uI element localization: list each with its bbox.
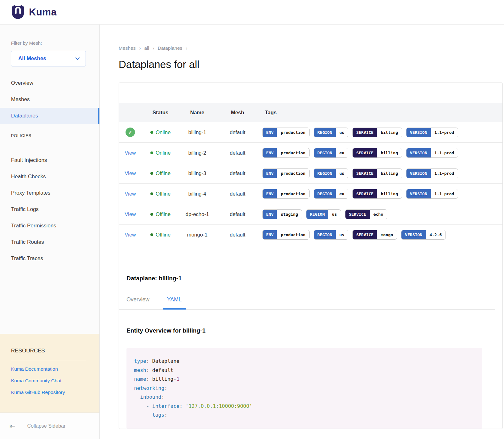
tag-value: eu <box>336 189 348 198</box>
policies-section-label: POLICIES <box>0 127 99 144</box>
tag-pill-region: REGIONus <box>314 230 349 240</box>
sidebar-item-traffic-permissions[interactable]: Traffic Permissions <box>0 218 99 234</box>
kuma-logo[interactable]: Kuma <box>11 5 57 20</box>
tag-pill-region: REGIONus <box>306 209 341 219</box>
tag-key: REGION <box>306 210 328 219</box>
sidebar-item-traffic-routes[interactable]: Traffic Routes <box>0 234 99 250</box>
mesh-cell: default <box>215 232 260 238</box>
status-cell: Offline <box>142 211 179 217</box>
view-link[interactable]: View <box>125 232 136 238</box>
breadcrumb-link-all[interactable]: all <box>144 45 149 51</box>
tag-key: REGION <box>314 148 336 157</box>
tag-value: production <box>277 169 309 178</box>
entity-overview-heading: Entity Overview for billing-1 <box>126 327 495 334</box>
row-action-cell: View <box>119 191 142 197</box>
mesh-select[interactable]: All Meshes <box>11 51 86 66</box>
tag-key: SERVICE <box>345 210 370 219</box>
tag-pill-version: VERSION1.1-prod <box>406 148 458 158</box>
name-cell: billing-2 <box>179 150 215 156</box>
view-link[interactable]: View <box>125 211 136 217</box>
yaml-token: networking <box>134 385 164 391</box>
sidebar-nav: OverviewMeshesDataplanes <box>0 75 99 124</box>
sidebar-item-meshes[interactable]: Meshes <box>0 91 99 108</box>
status-dot-icon <box>150 172 153 175</box>
tag-key: ENV <box>263 230 277 239</box>
table-row: ViewOnlinebilling-2defaultENVproductionR… <box>119 142 502 163</box>
tag-pill-service: SERVICEbilling <box>352 128 402 137</box>
status-label: Offline <box>156 232 171 238</box>
tag-key: SERVICE <box>353 128 377 137</box>
status-badge: Online <box>150 150 171 156</box>
yaml-token: - <box>173 376 176 382</box>
mesh-cell: default <box>215 170 260 176</box>
tag-value: us <box>336 230 348 239</box>
table-header-name: Name <box>179 110 215 116</box>
dataplane-detail: Dataplane: billing-1 OverviewYAML Entity… <box>119 275 502 429</box>
sidebar-item-traffic-traces[interactable]: Traffic Traces <box>0 250 99 267</box>
tag-value: 1.1-prod <box>431 148 458 157</box>
resource-link-kuma-github-repository[interactable]: Kuma GitHub Repository <box>11 390 99 395</box>
tag-key: SERVICE <box>353 189 377 198</box>
tag-pill-version: VERSION1.1-prod <box>406 168 458 178</box>
resources-links: Kuma DocumentationKuma Community ChatKum… <box>11 366 99 395</box>
tags-cell: ENVproductionREGIONusSERVICEmongoVERSION… <box>260 230 502 240</box>
tag-key: VERSION <box>406 128 431 137</box>
tag-key: REGION <box>314 189 336 198</box>
status-dot-icon <box>150 213 153 216</box>
card-header-spacer <box>119 83 502 103</box>
sidebar-item-health-checks[interactable]: Health Checks <box>0 168 99 185</box>
table-row: ViewOfflinemongo-1defaultENVproductionRE… <box>119 224 502 245</box>
status-cell: Offline <box>142 191 179 197</box>
mesh-cell: default <box>215 150 260 156</box>
tag-pill-region: REGIONus <box>314 168 349 178</box>
sidebar-item-fault-injections[interactable]: Fault Injections <box>0 152 99 168</box>
tag-key: REGION <box>314 169 336 178</box>
yaml-token <box>134 403 146 409</box>
view-link[interactable]: View <box>125 150 136 156</box>
filter-by-mesh-label: Filter by Mesh: <box>0 40 99 46</box>
tag-value: billing <box>377 189 402 198</box>
tag-pill-version: VERSION1.1-prod <box>406 189 458 199</box>
yaml-token: billing <box>152 376 173 382</box>
collapse-sidebar-button[interactable]: ⇤ Collapse Sidebar <box>0 413 99 439</box>
yaml-token: Dataplane <box>152 358 180 364</box>
yaml-token: - <box>146 403 152 409</box>
tag-pill-env: ENVproduction <box>262 128 310 137</box>
tag-key: SERVICE <box>353 169 377 178</box>
tag-pill-env: ENVproduction <box>262 189 310 199</box>
status-dot-icon <box>150 233 153 236</box>
sidebar-item-dataplanes[interactable]: Dataplanes <box>0 108 99 124</box>
tag-key: REGION <box>314 230 336 239</box>
yaml-token: : <box>164 412 167 418</box>
table-header-status: Status <box>142 110 179 116</box>
tag-pill-env: ENVproduction <box>262 230 310 240</box>
breadcrumb-link-meshes[interactable]: Meshes <box>119 45 136 51</box>
status-badge: Online <box>150 129 171 135</box>
yaml-token: default <box>152 367 173 373</box>
tag-key: REGION <box>314 128 336 137</box>
top-bar: Kuma <box>0 0 504 25</box>
tag-value: billing <box>377 169 402 178</box>
sidebar-item-overview[interactable]: Overview <box>0 75 99 91</box>
sidebar-item-proxy-templates[interactable]: Proxy Templates <box>0 185 99 201</box>
dataplane-detail-heading: Dataplane: billing-1 <box>126 275 495 282</box>
view-link[interactable]: View <box>125 170 136 176</box>
breadcrumb-link-dataplanes[interactable]: Dataplanes <box>158 45 182 51</box>
resource-link-kuma-community-chat[interactable]: Kuma Community Chat <box>11 378 99 384</box>
sidebar-item-traffic-logs[interactable]: Traffic Logs <box>0 201 99 218</box>
tag-value: 1.1-prod <box>431 169 458 178</box>
status-label: Offline <box>156 170 171 176</box>
tag-key: ENV <box>263 210 277 219</box>
tag-pill-env: ENVstaging <box>262 209 302 219</box>
yaml-token: tags <box>152 412 165 418</box>
status-dot-icon <box>150 131 153 134</box>
yaml-line: type: Dataplane <box>134 357 475 366</box>
yaml-line: inbound: <box>134 393 475 402</box>
resource-link-kuma-documentation[interactable]: Kuma Documentation <box>11 366 99 372</box>
tab-overview[interactable]: Overview <box>126 296 149 309</box>
tags-cell: ENVproductionREGIONusSERVICEbillingVERSI… <box>260 168 502 178</box>
main-content: Meshes›all›Dataplanes› Dataplanes for al… <box>100 25 504 439</box>
yaml-token: : <box>146 358 152 364</box>
tab-yaml[interactable]: YAML <box>167 296 182 309</box>
view-link[interactable]: View <box>125 191 136 197</box>
